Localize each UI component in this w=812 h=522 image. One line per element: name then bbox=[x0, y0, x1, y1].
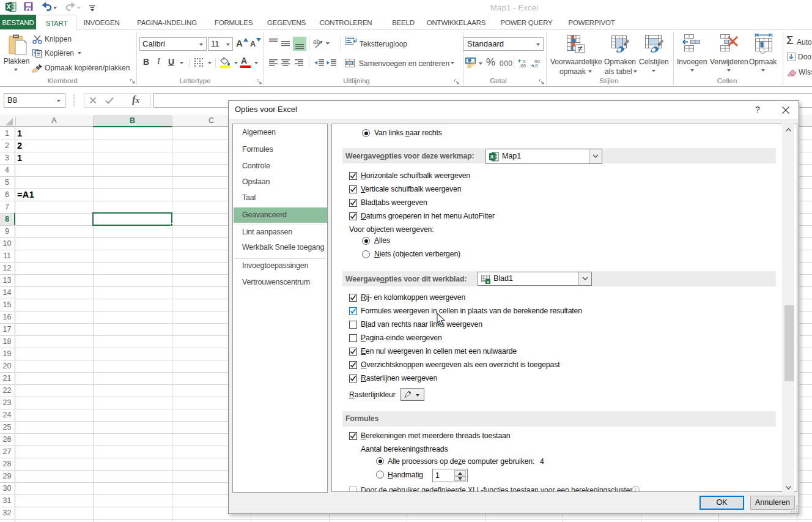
svg-text:X: X bbox=[490, 154, 493, 160]
svg-text:,00: ,00 bbox=[519, 63, 526, 68]
svg-text:X: X bbox=[7, 4, 11, 10]
svg-text:,0: ,0 bbox=[534, 63, 538, 68]
